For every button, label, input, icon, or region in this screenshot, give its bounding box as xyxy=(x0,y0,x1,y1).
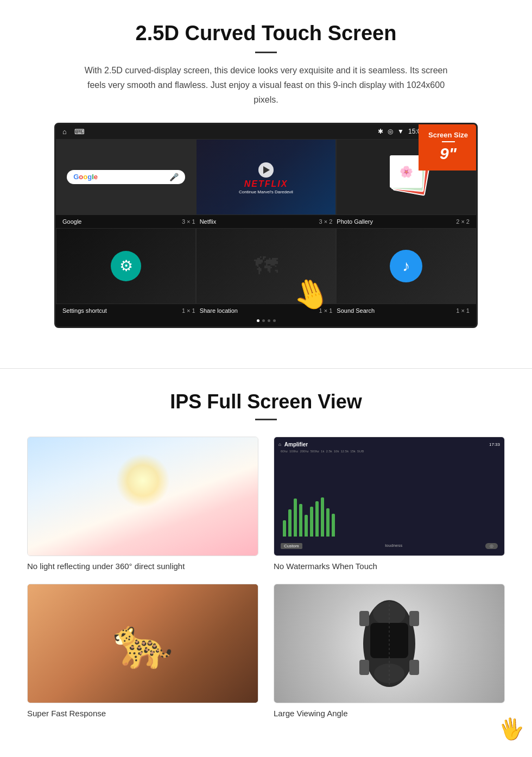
cheetah-image: 🐆 xyxy=(27,584,258,703)
google-search-bar[interactable]: Google 🎤 xyxy=(67,170,185,184)
label-row-1: Google 3 × 1 Netflix 3 × 2 Photo Gallery… xyxy=(56,215,476,228)
app-cell-google[interactable]: Google 🎤 xyxy=(56,139,196,215)
amp-bar-4 xyxy=(299,504,302,537)
amp-bar-5 xyxy=(305,515,308,537)
page-dots xyxy=(56,319,476,326)
amp-home-icon: ⌂ xyxy=(278,442,281,447)
amp-bar-2-fill xyxy=(288,509,292,537)
bluetooth-icon: ✱ xyxy=(378,128,383,135)
amp-toggle[interactable]: ◎ xyxy=(485,543,498,549)
cheetah-visual: 🐆 xyxy=(28,584,258,703)
amp-bars-container xyxy=(278,454,500,541)
amp-title: Amplifier xyxy=(284,441,308,447)
amp-header: ⌂ Amplifier 17:33 xyxy=(278,441,500,447)
amp-bar-1-fill xyxy=(283,520,286,537)
amp-bar-10 xyxy=(332,514,335,537)
sky-visual xyxy=(28,437,258,556)
label-share-name: Share location xyxy=(200,307,238,314)
dot-1 xyxy=(257,319,259,322)
amp-bar-4-fill xyxy=(299,504,302,537)
label-row-2: Settings shortcut 1 × 1 Share location 1… xyxy=(56,304,476,319)
amp-bar-8-fill xyxy=(321,497,324,537)
status-bar: ⌂ ⌨ ✱ ◎ ▼ 15:06 ⬜ 🔊 ✕ ▭ xyxy=(56,124,476,139)
play-triangle-icon xyxy=(263,166,270,174)
amp-bar-3-fill xyxy=(294,499,297,537)
sun-glow xyxy=(116,453,170,508)
home-icon[interactable]: ⌂ xyxy=(62,128,67,136)
section1-title: 2.5D Curved Touch Screen xyxy=(33,22,499,45)
play-button[interactable] xyxy=(258,162,274,178)
app-cell-netflix[interactable]: NETFLIX Continue Marvel's Daredevil xyxy=(196,139,336,215)
sunlight-image xyxy=(27,437,258,556)
feature-grid: No light reflecting under 360° direct su… xyxy=(27,437,505,718)
amp-bar-9-fill xyxy=(326,508,330,537)
section2-divider xyxy=(255,419,277,420)
dot-4 xyxy=(273,319,276,322)
section2-title: IPS Full Screen View xyxy=(27,390,505,413)
amp-bar-7 xyxy=(315,501,319,537)
sunlight-caption: No light reflecting under 360° direct su… xyxy=(27,562,258,571)
amp-freq-labels: 60hz100hz200hz500hz1k2.5k10k12.5k15kSUB xyxy=(278,450,500,453)
badge-title: Screen Size xyxy=(428,131,468,139)
amp-footer: Custom loudness ◎ xyxy=(278,541,500,551)
mic-icon: 🎤 xyxy=(169,173,179,181)
dot-3 xyxy=(268,319,270,322)
device-screen: Screen Size 9" ⌂ ⌨ ✱ ◎ ▼ 15:06 ⬜ 🔊 ✕ xyxy=(54,123,478,328)
label-netflix: Netflix 3 × 2 xyxy=(198,218,335,225)
watermark-caption: No Watermarks When Touch xyxy=(274,562,505,571)
app-cell-maps[interactable]: 🗺 🤚 xyxy=(196,228,336,304)
netflix-subtitle: Continue Marvel's Daredevil xyxy=(239,190,293,194)
label-gallery-size: 2 × 2 xyxy=(456,218,470,225)
label-netflix-size: 3 × 2 xyxy=(319,218,333,225)
screen-size-badge: Screen Size 9" xyxy=(419,124,478,171)
app-grid-row2: ⚙ 🗺 🤚 ♪ xyxy=(56,228,476,304)
amp-bar-7-fill xyxy=(315,501,319,537)
amp-bar-2 xyxy=(288,509,292,537)
amp-bar-6-fill xyxy=(310,507,313,537)
app-grid-row1: Google 🎤 NETFLIX Continue Marvel's Dared… xyxy=(56,139,476,215)
feature-watermark: ⌂ Amplifier 17:33 60hz100hz200hz500hz1k2… xyxy=(274,437,505,571)
section1-divider xyxy=(255,52,277,53)
gear-icon: ⚙ xyxy=(119,257,133,275)
location-icon: ◎ xyxy=(388,128,393,135)
amp-bar-10-fill xyxy=(332,514,335,537)
label-google-name: Google xyxy=(62,218,81,225)
amp-bar-9 xyxy=(326,508,330,537)
car-caption: Large Viewing Angle xyxy=(274,709,505,718)
music-note-icon: ♪ xyxy=(402,257,410,275)
gallery-card-3: 🌸 xyxy=(390,155,422,188)
maps-icon: 🗺 xyxy=(254,253,278,280)
svg-rect-4 xyxy=(359,611,369,626)
svg-rect-5 xyxy=(409,611,419,626)
amp-bar-1 xyxy=(283,520,286,537)
section1-description: With 2.5D curved-display screen, this de… xyxy=(81,63,451,108)
label-gallery: Photo Gallery 2 × 2 xyxy=(334,218,472,225)
amp-custom-btn[interactable]: Custom xyxy=(281,543,302,549)
amp-bar-8 xyxy=(321,497,324,537)
app-cell-sound-search[interactable]: ♪ xyxy=(336,228,476,304)
label-sound: Sound Search 1 × 1 xyxy=(334,307,472,314)
wifi-icon: ▼ xyxy=(397,128,404,135)
label-settings-name: Settings shortcut xyxy=(62,307,107,314)
netflix-logo: NETFLIX xyxy=(244,180,288,188)
amp-time: 17:33 xyxy=(489,442,500,447)
car-visual xyxy=(274,584,504,703)
label-gallery-name: Photo Gallery xyxy=(337,218,373,225)
settings-icon-outer: ⚙ xyxy=(111,251,141,281)
device-mockup: Screen Size 9" ⌂ ⌨ ✱ ◎ ▼ 15:06 ⬜ 🔊 ✕ xyxy=(54,123,478,328)
cheetah-emoji: 🐆 xyxy=(112,615,173,672)
amplifier-image: ⌂ Amplifier 17:33 60hz100hz200hz500hz1k2… xyxy=(274,437,505,556)
feature-sunlight: No light reflecting under 360° direct su… xyxy=(27,437,258,571)
feature-cheetah: 🐆 Super Fast Response xyxy=(27,584,258,718)
status-bar-left: ⌂ ⌨ xyxy=(62,128,85,136)
label-google-size: 3 × 1 xyxy=(182,218,195,225)
label-google: Google 3 × 1 xyxy=(60,218,198,225)
label-settings: Settings shortcut 1 × 1 xyxy=(60,307,198,314)
amp-bar-6 xyxy=(310,507,313,537)
google-logo: Google xyxy=(73,173,98,181)
svg-rect-6 xyxy=(359,660,369,675)
car-top-svg xyxy=(351,589,427,698)
app-cell-settings[interactable]: ⚙ xyxy=(56,228,196,304)
label-sound-size: 1 × 1 xyxy=(456,307,470,314)
dot-2 xyxy=(262,319,265,322)
